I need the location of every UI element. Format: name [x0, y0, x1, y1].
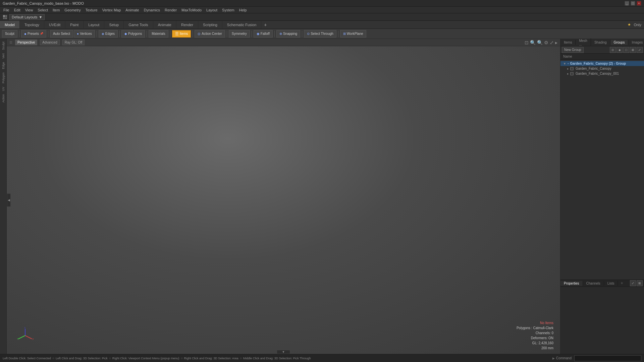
edges-label: Edges — [105, 32, 115, 36]
falloff-button[interactable]: ◉ Falloff — [254, 30, 273, 38]
snapping-label: Snapping — [283, 32, 297, 36]
sculpt-button[interactable]: Sculpt — [2, 30, 17, 38]
items-button[interactable]: ☰ Items — [172, 30, 191, 38]
materials-button[interactable]: Materials — [149, 30, 168, 38]
tree-item-group[interactable]: ▼ ▪ Garden_Fabric_Canopy (2) - Group — [560, 61, 644, 66]
viewport-raygl-btn[interactable]: Ray GL: Off — [62, 40, 85, 45]
sidebar-tab-sculpt[interactable]: Sculpt — [1, 40, 6, 51]
menu-item[interactable]: Item — [51, 7, 62, 13]
rp-tab-images[interactable]: Images — [628, 40, 644, 45]
select-through-button[interactable]: ⊙ Select Through — [304, 30, 336, 38]
svg-text:X: X — [32, 338, 34, 341]
viewport-menu-icon[interactable]: ☰ — [9, 41, 12, 44]
vertices-button[interactable]: ● Vertices — [74, 30, 95, 38]
menu-maxtomodo[interactable]: MaxToModo — [179, 7, 204, 13]
status-dot-2 — [109, 357, 111, 359]
menu-view[interactable]: View — [23, 7, 35, 13]
viewport-expand-icon[interactable]: ⤢ — [550, 40, 554, 45]
maximize-button[interactable]: □ — [631, 1, 635, 6]
tab-paint[interactable]: Paint — [65, 21, 84, 28]
viewport-advanced-btn[interactable]: Advanced — [40, 40, 59, 45]
menu-system[interactable]: System — [220, 7, 236, 13]
menu-render[interactable]: Render — [163, 7, 179, 13]
workplane-button[interactable]: ⊞ WorkPlane — [340, 30, 366, 38]
menu-help[interactable]: Help — [237, 7, 249, 13]
toolbar-separator-1 — [19, 31, 19, 37]
new-group-button[interactable]: New Group — [562, 47, 584, 53]
auto-select-button[interactable]: Auto Select — [50, 30, 73, 38]
viewport-collapse-bottom-btn[interactable]: ▼ — [277, 350, 290, 354]
tab-schematic-fusion[interactable]: Schematic Fusion — [222, 21, 261, 28]
tree-item-mesh-2[interactable]: ▸ Garden_Fabric_Canopy_001 — [565, 71, 644, 76]
tab-add-button[interactable]: + — [261, 22, 269, 27]
tab-only-label[interactable]: Only — [634, 23, 641, 27]
viewport-more-icon[interactable]: ▸ — [555, 40, 557, 45]
properties-tab-lists[interactable]: Lists — [604, 281, 618, 286]
tab-game-tools[interactable]: Game Tools — [124, 21, 153, 28]
menu-file[interactable]: File — [1, 7, 11, 13]
tab-layout[interactable]: Layout — [84, 21, 104, 28]
action-center-button[interactable]: ◎ Action Center — [195, 30, 225, 38]
panel-tool-1[interactable]: ⊙ — [610, 47, 616, 53]
viewport-collapse-left-btn[interactable]: ◀ — [7, 193, 11, 207]
rp-tab-mesh[interactable]: Mesh ... — [576, 38, 591, 47]
properties-tab-properties[interactable]: Properties — [560, 281, 583, 286]
rp-tab-items[interactable]: Items — [560, 40, 576, 45]
viewport-canvas[interactable]: X Y Z No Items Polygons : Catmull-Clark … — [7, 46, 560, 354]
svg-text:Y: Y — [17, 338, 19, 341]
layout-dropdown[interactable]: Default Layouts ▼ — [9, 14, 45, 20]
command-input[interactable] — [574, 355, 641, 361]
tab-scripting[interactable]: Scripting — [198, 21, 222, 28]
properties-tab-channels[interactable]: Channels — [583, 281, 604, 286]
rp-tab-shading[interactable]: Shading — [591, 40, 610, 45]
viewport[interactable]: ☰ Perspective Advanced Ray GL: Off ⊡ 🔍 🔍… — [7, 39, 560, 354]
menu-layout[interactable]: Layout — [204, 7, 219, 13]
sidebar-tab-uv[interactable]: UV — [1, 85, 6, 93]
scene-tree-toolbar: New Group ⊙ ◈ □ ⊞ ⤢ — [560, 46, 644, 54]
select-through-icon: ⊙ — [307, 32, 310, 36]
close-button[interactable]: × — [637, 1, 641, 6]
panel-tool-2[interactable]: ◈ — [616, 47, 623, 53]
menu-vertex-map[interactable]: Vertex Map — [100, 7, 123, 13]
polygons-button[interactable]: ◆ Polygons — [121, 30, 145, 38]
minimize-button[interactable]: _ — [625, 1, 629, 6]
tab-animate[interactable]: Animate — [153, 21, 176, 28]
sidebar-tab-polygon[interactable]: Polygon — [1, 71, 6, 85]
tab-uvedit[interactable]: UVEdit — [44, 21, 65, 28]
viewport-zoom-in-icon[interactable]: 🔍 — [530, 40, 536, 45]
rp-tab-groups[interactable]: Groups — [610, 40, 629, 45]
status-text-4: Right Click and Drag: 3D Selection: Area — [184, 357, 238, 360]
menu-animate[interactable]: Animate — [123, 7, 141, 13]
toolbar-separator-10 — [274, 31, 275, 37]
panel-expand-btn[interactable]: ⤢ — [637, 47, 643, 53]
panel-tool-3[interactable]: □ — [623, 47, 629, 53]
snapping-button[interactable]: ⊕ Snapping — [276, 30, 300, 38]
tab-setup[interactable]: Setup — [104, 21, 124, 28]
sidebar-tab-action[interactable]: Action — [1, 93, 6, 104]
viewport-perspective-btn[interactable]: Perspective — [15, 40, 37, 45]
symmetry-button[interactable]: Symmetry — [229, 30, 250, 38]
edges-button[interactable]: ◈ Edges — [99, 30, 118, 38]
menu-geometry[interactable]: Geometry — [62, 7, 83, 13]
tree-item-mesh-1[interactable]: ▸ Garden_Fabric_Canopy — [565, 66, 644, 71]
tab-render[interactable]: Render — [176, 21, 198, 28]
sidebar-tab-edge[interactable]: Edge — [1, 61, 6, 70]
properties-more-btn[interactable]: ⊞ — [637, 280, 643, 286]
menu-dynamics[interactable]: Dynamics — [142, 7, 162, 13]
menu-select[interactable]: Select — [36, 7, 50, 13]
properties-tab-add[interactable]: + — [618, 280, 626, 286]
menu-edit[interactable]: Edit — [12, 7, 22, 13]
sidebar-tab-vert[interactable]: Vert — [1, 52, 6, 60]
menu-texture[interactable]: Texture — [84, 7, 100, 13]
properties-expand-btn[interactable]: ⤢ — [630, 280, 636, 286]
toolbar-separator-2 — [48, 31, 48, 37]
toolbar-separator-3 — [97, 31, 97, 37]
viewport-fit-icon[interactable]: ⊡ — [525, 40, 529, 45]
viewport-zoom-out-icon[interactable]: 🔍 — [537, 40, 543, 45]
viewport-settings-icon[interactable]: ⚙ — [544, 40, 548, 45]
tab-topology[interactable]: Topology — [20, 21, 44, 28]
presets-button[interactable]: ● Presets 📌 — [21, 30, 46, 38]
scene-tree: ▼ ▪ Garden_Fabric_Canopy (2) - Group ▸ G… — [560, 60, 644, 280]
tab-model[interactable]: Model — [0, 21, 20, 28]
panel-tool-4[interactable]: ⊞ — [630, 47, 636, 53]
